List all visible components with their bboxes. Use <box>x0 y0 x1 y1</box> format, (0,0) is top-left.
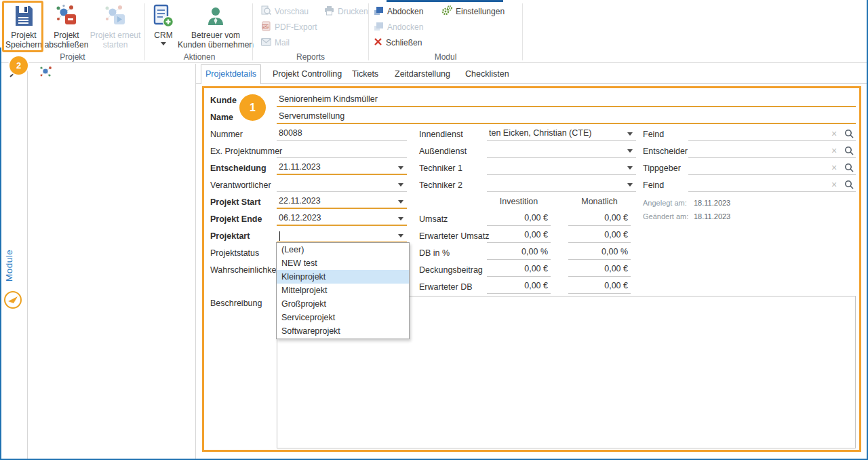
feind-1-field[interactable]: × <box>688 127 856 141</box>
ex-projektnummer-field[interactable] <box>277 144 407 158</box>
deckungsbeitrag-monatlich-field[interactable]: 0,00 € <box>568 263 631 277</box>
crm-button[interactable]: CRM <box>149 2 178 52</box>
window-border-left <box>0 47 1 460</box>
erwarteter-db-monatlich-field[interactable]: 0,00 € <box>568 280 631 294</box>
umsatz-investition-field[interactable]: 0,00 € <box>487 212 551 226</box>
label-techniker-1: Techniker 1 <box>419 161 462 175</box>
module-logo-icon[interactable] <box>3 290 22 309</box>
label-projektart: Projektart <box>210 229 250 243</box>
chevron-down-icon[interactable] <box>398 166 403 170</box>
dropdown-option-serviceprojekt[interactable]: Serviceprojekt <box>277 311 409 324</box>
restart-project-button[interactable]: Projekt erneut starten <box>90 2 141 52</box>
abdocken-button[interactable]: Abdocken <box>374 5 423 18</box>
close-icon <box>374 37 382 48</box>
deckungsbeitrag-investition-field[interactable]: 0,00 € <box>487 263 551 277</box>
chevron-down-icon[interactable] <box>398 183 403 187</box>
projektart-field[interactable] <box>277 229 407 243</box>
tab-checklisten[interactable]: Checklisten <box>461 65 513 83</box>
dropdown-option-new-test[interactable]: NEW test <box>277 256 409 270</box>
tab-zeitdarstellung[interactable]: Zeitdarstellung <box>391 65 454 83</box>
chevron-down-icon[interactable] <box>398 217 403 221</box>
andocken-label: Andocken <box>387 22 423 32</box>
entscheidung-field[interactable]: 21.11.2023 <box>277 161 407 175</box>
tab-projektdetails[interactable]: Projektdetails <box>201 64 261 84</box>
search-icon[interactable] <box>844 163 854 172</box>
label-nummer: Nummer <box>210 128 243 141</box>
printer-icon <box>324 5 334 18</box>
crm-dropdown-caret-icon <box>161 42 166 45</box>
tippgeber-field[interactable]: × <box>688 161 856 175</box>
verantwortlicher-field[interactable] <box>277 178 407 192</box>
betreuer-button-label-line1: Betreuer vom <box>191 31 240 40</box>
label-verantwortlicher: Verantwortlicher <box>210 178 271 192</box>
clear-icon[interactable]: × <box>829 161 840 174</box>
label-db-in-prozent: DB in % <box>419 246 450 260</box>
name-field[interactable]: Serverumstellung <box>277 110 856 124</box>
dropdown-option-mittelprojekt[interactable]: Mittelprojekt <box>277 284 409 297</box>
label-techniker-2: Techniker 2 <box>419 178 462 192</box>
chevron-down-icon[interactable] <box>627 166 633 170</box>
search-icon[interactable] <box>844 146 854 155</box>
save-button-label-line2: Speichern <box>5 40 42 50</box>
dropdown-option-leer[interactable]: (Leer) <box>277 243 409 256</box>
search-icon[interactable] <box>844 129 854 138</box>
mail-button[interactable]: Mail <box>261 37 290 49</box>
project-restart-icon <box>104 2 127 31</box>
clear-icon[interactable]: × <box>829 178 840 191</box>
chevron-down-icon[interactable] <box>627 183 633 187</box>
project-tree-node-icon[interactable] <box>39 65 53 79</box>
drucken-button[interactable]: Drucken <box>324 5 368 18</box>
projekt-start-field[interactable]: 22.11.2023 <box>277 195 407 209</box>
tab-projekt-controlling[interactable]: Projekt Controlling <box>269 65 346 83</box>
andocken-button[interactable]: Andocken <box>374 21 423 33</box>
ribbon: Projekt Speichern Projekt abschließen Pr… <box>0 0 867 63</box>
restart-button-label-line1: Projekt erneut <box>90 31 141 40</box>
gear-icon <box>441 5 452 18</box>
geaendert-am-value: 18.11.2023 <box>694 212 730 221</box>
finish-project-button[interactable]: Projekt abschließen <box>45 2 87 52</box>
db-investition-field[interactable]: 0,00 % <box>487 246 551 260</box>
vorschau-label: Vorschau <box>275 7 309 16</box>
betreuer-uebernehmen-button[interactable]: Betreuer vom Kunden übernehmen <box>180 2 251 52</box>
chevron-down-icon[interactable] <box>627 132 633 136</box>
group-label-reports: Reports <box>256 52 365 62</box>
chevron-down-icon[interactable] <box>398 234 403 237</box>
save-project-button[interactable]: Projekt Speichern <box>4 2 43 52</box>
tab-tickets[interactable]: Tickets <box>348 65 382 83</box>
db-monatlich-field[interactable]: 0,00 % <box>568 246 631 260</box>
clear-icon[interactable]: × <box>829 145 840 157</box>
projekt-ende-field[interactable]: 06.12.2023 <box>277 212 407 226</box>
dropdown-option-softwareprojekt[interactable]: Softwareprojekt <box>277 324 409 338</box>
techniker-2-field[interactable] <box>487 178 636 192</box>
betreuer-button-label-line2: Kunden übernehmen <box>178 40 254 50</box>
dropdown-option-grossprojekt[interactable]: Großprojekt <box>277 297 409 311</box>
erwarteter-umsatz-monatlich-field[interactable]: 0,00 € <box>568 229 631 243</box>
entscheider-field[interactable]: × <box>688 144 856 158</box>
projektart-dropdown-list: (Leer) NEW test Kleinprojekt Mittelproje… <box>276 242 410 339</box>
dropdown-option-kleinprojekt[interactable]: Kleinprojekt <box>277 270 409 284</box>
module-dock-tab[interactable]: Module <box>4 242 22 289</box>
search-icon[interactable] <box>844 180 854 189</box>
pdf-export-button[interactable]: PDF PDF-Export <box>261 21 317 33</box>
erwarteter-db-investition-field[interactable]: 0,00 € <box>487 280 551 294</box>
umsatz-monatlich-field[interactable]: 0,00 € <box>568 212 631 226</box>
save-button-label-line1: Projekt <box>11 31 36 40</box>
nummer-field[interactable]: 80088 <box>277 127 407 141</box>
kunde-field[interactable]: Seniorenheim Kindsmüller <box>277 93 856 107</box>
vorschau-button[interactable]: Vorschau <box>261 5 309 18</box>
einstellungen-button[interactable]: Einstellungen <box>441 5 505 18</box>
aussendienst-field[interactable] <box>487 144 636 158</box>
schliessen-button[interactable]: Schließen <box>374 37 422 49</box>
chevron-down-icon[interactable] <box>398 200 403 204</box>
erwarteter-umsatz-investition-field[interactable]: 0,00 € <box>487 229 551 243</box>
label-beschreibung: Beschreibung <box>210 296 262 310</box>
restart-button-label-line2: starten <box>103 40 128 50</box>
clear-icon[interactable]: × <box>829 128 840 140</box>
chevron-down-icon[interactable] <box>627 149 633 153</box>
label-angelegt-am: Angelegt am: <box>643 198 687 208</box>
feind-2-field[interactable]: × <box>688 178 856 192</box>
innendienst-field[interactable]: ten Eicken, Christian (CTE) <box>487 127 636 141</box>
expand-chevron-icon[interactable] <box>7 69 17 78</box>
techniker-1-field[interactable] <box>487 161 636 175</box>
drucken-label: Drucken <box>338 7 368 16</box>
